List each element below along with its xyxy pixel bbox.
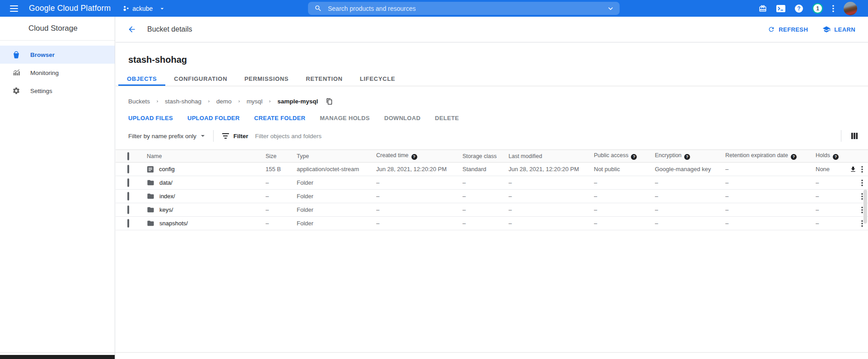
help-icon[interactable] [631, 154, 637, 160]
object-link[interactable]: keys/ [159, 206, 173, 213]
filter-scope-label: Filter by name prefix only [128, 133, 196, 140]
cell-last-modified: – [509, 203, 594, 217]
scrollbar-thumb[interactable] [863, 190, 867, 224]
help-icon[interactable] [684, 154, 690, 160]
column-display-options-button[interactable] [850, 132, 859, 140]
cell-created: – [376, 203, 462, 217]
refresh-button[interactable]: REFRESH [768, 25, 808, 33]
avatar[interactable] [844, 2, 857, 15]
manage-holds-button[interactable]: MANAGE HOLDS [320, 115, 370, 121]
column-header-type[interactable]: Type [297, 150, 376, 163]
download-object-button[interactable] [849, 166, 857, 173]
cell-size: – [266, 217, 297, 230]
object-link[interactable]: config [159, 166, 175, 173]
help-icon[interactable] [833, 154, 839, 160]
hamburger-icon [10, 5, 18, 12]
row-menu-button[interactable] [861, 179, 863, 186]
vertical-dots-icon [861, 206, 863, 214]
breadcrumb-buckets[interactable]: Buckets [128, 98, 150, 105]
learn-button[interactable]: LEARN [822, 25, 855, 33]
breadcrumb-demo[interactable]: demo [216, 98, 232, 105]
column-header-retention[interactable]: Retention expiration date [725, 150, 816, 163]
row-checkbox[interactable] [127, 219, 129, 228]
project-icon [123, 5, 130, 12]
table-row: data/ – Folder – – – – – – – [116, 176, 868, 190]
hamburger-menu-button[interactable] [10, 5, 18, 12]
column-header-name[interactable]: Name [147, 150, 266, 163]
download-button[interactable]: DOWNLOAD [384, 115, 420, 121]
gcp-logo[interactable]: Google Cloud Platform [29, 4, 111, 13]
cell-storage-class: – [462, 203, 509, 217]
filter-bar: Filter by name prefix only Filter [116, 128, 868, 144]
select-all-checkbox[interactable] [127, 152, 129, 160]
breadcrumb-bucket[interactable]: stash-shohag [165, 98, 201, 105]
table-row: index/ – Folder – – – – – – – [116, 190, 868, 203]
tab-configuration[interactable]: CONFIGURATION [165, 73, 236, 86]
folder-icon [147, 192, 154, 200]
help-icon[interactable] [411, 154, 417, 160]
sidebar: Cloud Storage Browser Monitoring Setting… [0, 17, 115, 359]
breadcrumb-mysql[interactable]: mysql [247, 98, 262, 105]
bucket-name: stash-shohag [128, 55, 868, 65]
search-input[interactable] [328, 5, 606, 12]
divider [841, 130, 841, 142]
project-selector[interactable]: ackube [123, 5, 166, 12]
column-header-encryption[interactable]: Encryption [655, 150, 725, 163]
tab-retention[interactable]: RETENTION [297, 73, 351, 86]
project-name: ackube [132, 5, 153, 12]
cloud-shell-icon[interactable] [776, 5, 785, 12]
help-icon[interactable]: ? [795, 5, 803, 13]
back-button[interactable] [127, 25, 136, 34]
cell-type: application/octet-stream [297, 163, 376, 176]
objects-toolbar: UPLOAD FILES UPLOAD FOLDER CREATE FOLDER… [128, 115, 868, 121]
search-expand-icon[interactable] [606, 4, 615, 13]
cell-created: – [376, 176, 462, 190]
row-menu-button[interactable] [861, 206, 863, 214]
gift-icon[interactable] [759, 5, 767, 13]
cell-retention: – [725, 203, 816, 217]
cell-storage-class: – [462, 176, 509, 190]
sidebar-item-settings[interactable]: Settings [0, 82, 115, 100]
row-menu-button[interactable] [861, 166, 863, 173]
object-link[interactable]: data/ [159, 179, 173, 186]
notifications-badge[interactable]: 1 [812, 3, 823, 14]
row-menu-button[interactable] [861, 193, 863, 200]
tab-lifecycle[interactable]: LIFECYCLE [351, 73, 404, 86]
object-link[interactable]: index/ [159, 193, 175, 200]
filter-input[interactable] [255, 133, 832, 140]
sidebar-item-browser[interactable]: Browser [0, 46, 115, 64]
help-icon[interactable] [791, 154, 797, 160]
row-checkbox[interactable] [127, 192, 129, 200]
create-folder-button[interactable]: CREATE FOLDER [254, 115, 305, 121]
copy-path-button[interactable] [326, 98, 333, 105]
table-header-row: Name Size Type Created time Storage clas… [116, 150, 868, 163]
tab-permissions[interactable]: PERMISSIONS [236, 73, 297, 86]
more-options-icon[interactable] [832, 5, 834, 12]
upload-files-button[interactable]: UPLOAD FILES [128, 115, 173, 121]
column-header-created[interactable]: Created time [376, 150, 462, 163]
column-header-last-modified[interactable]: Last modified [509, 150, 594, 163]
breadcrumb: Buckets stash-shohag demo mysql sample-m… [128, 98, 868, 105]
column-header-storage-class[interactable]: Storage class [462, 150, 509, 163]
delete-button[interactable]: DELETE [435, 115, 459, 121]
tab-objects[interactable]: OBJECTS [118, 73, 165, 86]
vertical-dots-icon [861, 220, 863, 227]
cell-storage-class: – [462, 190, 509, 203]
sidebar-item-monitoring[interactable]: Monitoring [0, 64, 115, 82]
upload-folder-button[interactable]: UPLOAD FOLDER [187, 115, 240, 121]
cell-size: – [266, 176, 297, 190]
column-header-holds[interactable]: Holds [816, 150, 847, 163]
row-checkbox[interactable] [127, 165, 129, 173]
sidebar-item-label: Settings [30, 88, 52, 94]
bucket-tabs: OBJECTS CONFIGURATION PERMISSIONS RETENT… [116, 73, 868, 86]
filter-scope-dropdown[interactable]: Filter by name prefix only [128, 133, 205, 140]
cell-public-access: – [594, 217, 655, 230]
row-checkbox[interactable] [127, 205, 129, 214]
object-link[interactable]: snapshots/ [159, 220, 188, 227]
column-header-public-access[interactable]: Public access [594, 150, 655, 163]
column-header-size[interactable]: Size [266, 150, 297, 163]
main-content: Bucket details REFRESH LEARN stash-shoha… [116, 17, 868, 359]
cell-storage-class: Standard [462, 163, 509, 176]
row-menu-button[interactable] [861, 220, 863, 227]
row-checkbox[interactable] [127, 178, 129, 187]
